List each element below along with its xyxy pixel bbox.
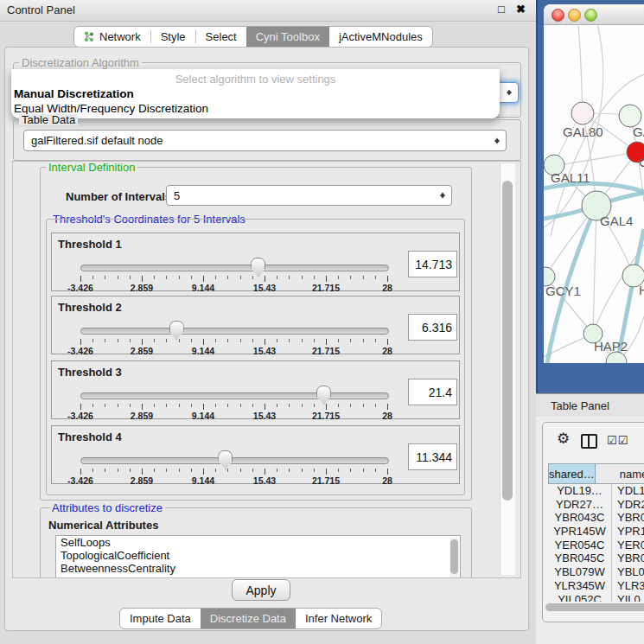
number-of-intervals-combobox[interactable]: 5 xyxy=(166,185,452,206)
cell-shared-name: YIL052C xyxy=(548,593,612,603)
tab-select[interactable]: Select xyxy=(196,27,246,47)
scale-label: 2.859 xyxy=(131,346,153,356)
tab-impute-data[interactable]: Impute Data xyxy=(120,609,201,628)
float-window-icon[interactable]: □ xyxy=(498,3,505,16)
tick-mark xyxy=(252,469,253,472)
tick-mark xyxy=(215,339,216,342)
table-row[interactable]: YDR27…YDR2 xyxy=(548,498,644,512)
node-label-gal4[interactable]: GAL4 xyxy=(600,214,633,228)
node-label-hap2[interactable]: HAP2 xyxy=(594,339,628,354)
list-scrollbar[interactable] xyxy=(450,538,459,578)
tab-style[interactable]: Style xyxy=(151,27,195,47)
settings-scrollbar-thumb[interactable] xyxy=(502,181,513,501)
threshold-slider[interactable]: -3.4262.8599.14415.4321.71528 xyxy=(80,450,387,483)
tick-mark xyxy=(191,339,192,342)
tick-mark xyxy=(179,469,180,472)
tick-mark xyxy=(326,404,327,410)
threshold-row-4: Threshold 4-3.4262.8599.14415.4321.71528 xyxy=(51,425,460,484)
scale-label: 28 xyxy=(382,346,392,356)
close-traffic-light-icon[interactable] xyxy=(552,9,564,22)
table-row[interactable]: YBR045CYBR0 xyxy=(548,552,644,565)
slider-track[interactable] xyxy=(80,328,389,335)
tick-mark xyxy=(289,469,290,472)
checkbox-columns-icon[interactable]: ☑☑ xyxy=(607,434,628,447)
discretization-algorithm-title: Discretization Algorithm xyxy=(19,57,142,68)
close-icon[interactable]: ✖ xyxy=(516,3,526,16)
scale-label: -3.426 xyxy=(67,475,93,486)
tick-mark xyxy=(215,404,216,407)
threshold-label: Threshold 3 xyxy=(58,366,122,379)
table-row[interactable]: YIL052CYIL0 xyxy=(548,593,644,603)
numerical-attributes-list[interactable]: SelfLoopsTopologicalCoefficientBetweenne… xyxy=(55,535,461,578)
settings-vertical-scrollbar[interactable] xyxy=(500,163,515,575)
slider-track[interactable] xyxy=(80,265,389,271)
tab-network[interactable]: Network xyxy=(74,27,150,47)
network-canvas[interactable]: GAL80GACGAL11GAL4GCY1HHAP2 xyxy=(544,24,644,363)
attribute-item-betweennesscentrality[interactable]: BetweennessCentrality xyxy=(56,562,460,575)
tick-mark xyxy=(191,404,192,407)
network-view-window: GAL80GACGAL11GAL4GCY1HHAP2 xyxy=(544,4,644,363)
table-row[interactable]: YLR345WYLR3 xyxy=(548,579,644,593)
slider-track[interactable] xyxy=(80,457,389,464)
node-circle[interactable] xyxy=(571,102,594,124)
attribute-item-topologicalcoefficient[interactable]: TopologicalCoefficient xyxy=(56,549,460,562)
slider-thumb[interactable] xyxy=(218,450,233,469)
tick-mark xyxy=(179,339,180,342)
table-horizontal-scrollbar[interactable] xyxy=(545,603,644,611)
attribute-list-items: SelfLoopsTopologicalCoefficientBetweenne… xyxy=(56,536,460,575)
threshold-value-field[interactable] xyxy=(408,314,457,341)
gear-icon[interactable]: ⚙ xyxy=(557,431,570,446)
scale-label: 2.859 xyxy=(131,283,153,293)
node-label-gal80[interactable]: GAL80 xyxy=(563,124,603,139)
threshold-value-field[interactable] xyxy=(408,443,457,470)
cell-shared-name: YDR27… xyxy=(548,498,612,512)
node-label-c[interactable]: C xyxy=(639,155,644,169)
threshold-value-field[interactable] xyxy=(408,379,457,405)
minimize-traffic-light-icon[interactable] xyxy=(568,9,581,22)
tick-mark xyxy=(350,469,351,472)
slider-thumb[interactable] xyxy=(251,258,265,277)
table-row[interactable]: YER054CYER0 xyxy=(548,539,644,552)
threshold-slider[interactable]: -3.4262.8599.14415.4321.71528 xyxy=(80,386,387,418)
cell-shared-name: YPR145W xyxy=(548,525,612,539)
column-header-shared-name[interactable]: shared… xyxy=(549,464,596,483)
tick-mark xyxy=(326,469,327,475)
table-row[interactable]: YBL079WYBL0 xyxy=(548,565,644,579)
slider-thumb[interactable] xyxy=(316,386,331,405)
split-table-icon[interactable] xyxy=(581,434,597,449)
node-label-h[interactable]: H xyxy=(639,283,644,297)
zoom-traffic-light-icon[interactable] xyxy=(584,9,597,22)
list-scrollbar-thumb[interactable] xyxy=(450,539,458,574)
node-label-ga[interactable]: GA xyxy=(633,124,644,139)
threshold-slider[interactable]: -3.4262.8599.14415.4321.71528 xyxy=(80,258,387,290)
threshold-row-2: Threshold 2-3.4262.8599.14415.4321.71528 xyxy=(51,296,460,354)
threshold-value-field[interactable] xyxy=(408,251,457,277)
tab-label: Network xyxy=(99,30,141,43)
node-label-gal11[interactable]: GAL11 xyxy=(551,170,590,185)
network-edge xyxy=(578,24,583,113)
table-row[interactable]: YDL19…YDL1 xyxy=(548,484,644,498)
cell-name: YIL0 xyxy=(612,593,641,603)
column-header-name[interactable]: name xyxy=(596,464,644,483)
table-hscrollbar-thumb[interactable] xyxy=(545,603,644,611)
tick-mark xyxy=(363,469,364,472)
table-data-combobox[interactable]: galFiltered.sif default node xyxy=(23,130,507,151)
tick-mark xyxy=(252,339,253,342)
tick-mark xyxy=(203,404,204,410)
tab-discretize-data[interactable]: Discretize Data xyxy=(201,609,296,628)
tab-infer-network[interactable]: Infer Network xyxy=(296,609,381,628)
tab-jactivemnodules[interactable]: jActiveMNodules xyxy=(329,27,432,47)
attribute-item-selfloops[interactable]: SelfLoops xyxy=(56,536,460,549)
node-label-gcy1[interactable]: GCY1 xyxy=(545,284,581,298)
dropdown-item-manual-discretization[interactable]: Manual Discretization xyxy=(14,87,134,100)
tick-mark xyxy=(105,276,105,279)
table-row[interactable]: YBR043CYBR0 xyxy=(548,511,644,525)
threshold-slider[interactable]: -3.4262.8599.14415.4321.71528 xyxy=(80,321,387,354)
network-edge xyxy=(554,152,637,165)
cell-shared-name: YBL079W xyxy=(548,565,612,579)
slider-track[interactable] xyxy=(80,392,389,399)
apply-button[interactable]: Apply xyxy=(232,579,290,601)
slider-thumb[interactable] xyxy=(169,321,184,340)
tab-cyni-toolbox[interactable]: Cyni Toolbox xyxy=(246,27,329,47)
table-row[interactable]: YPR145WYPR1 xyxy=(548,525,644,539)
